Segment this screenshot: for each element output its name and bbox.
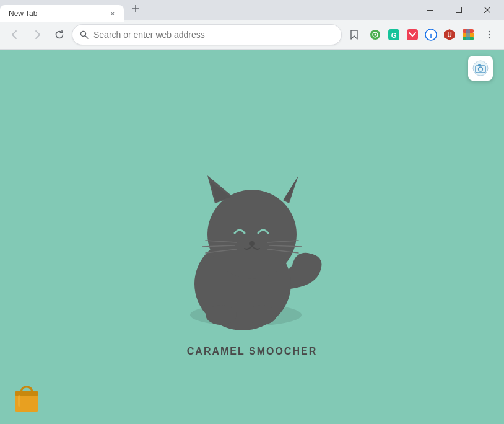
browser-menu-button[interactable]	[479, 25, 499, 45]
svg-text:i: i	[430, 31, 432, 38]
address-bar[interactable]	[72, 24, 342, 45]
address-input[interactable]	[93, 30, 334, 40]
svg-point-24	[489, 30, 490, 32]
cat-graphic	[165, 141, 339, 333]
svg-point-25	[489, 33, 490, 35]
colorzilla-icon	[462, 29, 474, 41]
minimize-button[interactable]	[416, 0, 445, 20]
svg-point-45	[206, 305, 237, 325]
window-controls	[414, 0, 504, 20]
momentum-extension[interactable]	[367, 26, 384, 43]
reload-button[interactable]	[50, 25, 69, 45]
minimize-icon	[427, 10, 433, 11]
svg-point-46	[246, 305, 277, 325]
close-icon	[484, 7, 490, 13]
close-button[interactable]	[473, 0, 502, 20]
toolbar: G i U	[0, 20, 504, 50]
shopping-bag-icon[interactable]	[11, 382, 42, 413]
menu-icon	[484, 30, 494, 40]
svg-rect-49	[18, 395, 20, 407]
back-button[interactable]	[5, 25, 25, 45]
info-extension[interactable]: i	[422, 26, 440, 43]
titlebar: New Tab ×	[0, 0, 504, 20]
svg-marker-8	[351, 30, 357, 39]
cat-svg	[165, 141, 339, 336]
svg-marker-37	[284, 182, 295, 200]
svg-point-33	[207, 190, 297, 279]
svg-text:U: U	[447, 32, 451, 38]
grammarly-extension[interactable]: G	[385, 26, 402, 43]
cat-illustration-container: CARAMEL SMOOCHER	[165, 141, 339, 357]
info-icon: i	[425, 29, 437, 41]
search-icon	[80, 30, 89, 39]
momentum-icon	[369, 29, 381, 41]
back-icon	[10, 30, 20, 40]
svg-point-26	[489, 37, 490, 38]
camera-extension-icon[interactable]	[468, 56, 493, 81]
tab-title: New Tab	[9, 9, 103, 18]
svg-rect-14	[407, 29, 418, 40]
bookmark-button[interactable]	[344, 25, 364, 45]
tab-strip: New Tab ×	[0, 0, 414, 20]
pocket-icon	[406, 29, 419, 41]
cat-name-label: CARAMEL SMOOCHER	[187, 346, 317, 357]
svg-rect-48	[15, 391, 38, 396]
maximize-icon	[456, 7, 462, 13]
new-tab-button[interactable]	[126, 0, 145, 17]
svg-text:G: G	[391, 31, 397, 38]
svg-rect-30	[478, 64, 481, 66]
bag-icon	[11, 382, 42, 413]
bookmark-icon	[349, 30, 359, 40]
active-tab[interactable]: New Tab ×	[0, 5, 124, 22]
svg-rect-3	[456, 7, 462, 13]
reload-icon	[54, 30, 64, 40]
forward-button[interactable]	[27, 25, 47, 45]
svg-line-7	[85, 35, 89, 38]
page-content: CARAMEL SMOOCHER	[0, 50, 504, 424]
maximize-button[interactable]	[445, 0, 473, 20]
ublock-extension[interactable]: U	[441, 26, 458, 43]
camera-icon	[472, 60, 489, 76]
grammarly-icon: G	[388, 29, 400, 41]
forward-icon	[32, 30, 42, 40]
ublock-icon: U	[443, 29, 456, 41]
svg-rect-23	[466, 29, 470, 40]
colorzilla-extension[interactable]	[459, 26, 477, 43]
svg-point-38	[249, 241, 255, 246]
plus-icon	[131, 4, 140, 13]
tab-close-button[interactable]: ×	[108, 9, 118, 19]
svg-point-11	[375, 33, 376, 35]
extension-icons: G i U	[367, 26, 477, 43]
pocket-extension[interactable]	[404, 26, 421, 43]
